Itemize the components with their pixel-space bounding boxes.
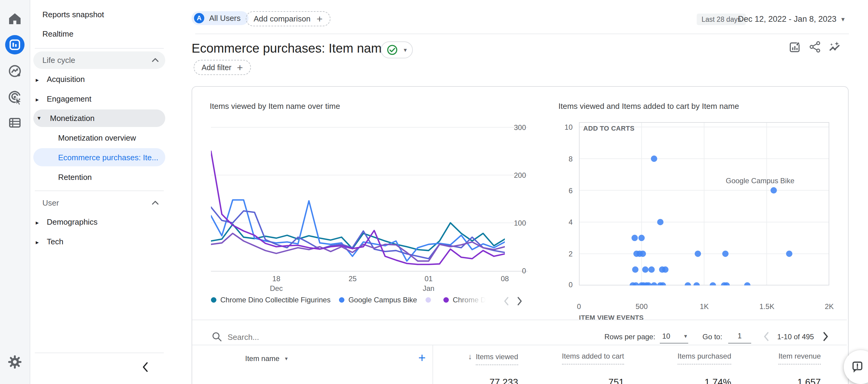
sidebar-item-engagement[interactable]: ▸ Engagement (36, 94, 91, 104)
section-label: Life cycle (42, 56, 75, 65)
cell-items-viewed: 77,233 (448, 377, 518, 384)
dropdown-caret-icon: ▾ (684, 333, 687, 340)
sidebar-divider (35, 190, 164, 191)
scatter-chart-svg (579, 122, 829, 285)
audience-label: All Users (209, 13, 241, 23)
sidebar-item-reports-snapshot[interactable]: Reports snapshot (42, 10, 104, 19)
legend-dot (211, 297, 216, 303)
column-header-items-viewed[interactable]: ↓ Items viewed (448, 352, 518, 361)
sidebar-item-tech[interactable]: ▸ Tech (36, 237, 63, 246)
add-comparison-button[interactable]: Add comparison + (246, 11, 331, 26)
y-tick: 2 (549, 250, 572, 258)
go-to-label: Go to: (703, 333, 722, 341)
x-tick: 01 (416, 275, 441, 283)
legend-next-icon[interactable] (516, 296, 523, 306)
section-label: User (42, 198, 59, 208)
y-tick: 200 (502, 171, 526, 180)
collapse-drawer-icon[interactable] (142, 362, 149, 373)
dimension-column-header[interactable]: Item name ▾ (245, 354, 287, 363)
x-tick-sub: Jan (416, 284, 441, 293)
sidebar-item-demographics[interactable]: ▸ Demographics (36, 217, 97, 227)
scatter-xlabel: ITEM VIEW EVENTS (579, 314, 644, 322)
x-tick: 0 (567, 302, 591, 311)
plus-icon: + (317, 13, 322, 24)
scatter-ylabel: ADD TO CARTS (583, 125, 634, 133)
y-tick: 0 (502, 267, 526, 275)
dropdown-caret-icon: ▾ (404, 46, 407, 54)
sidebar-item-monetization[interactable]: ▾ Monetization (33, 109, 165, 127)
sidebar-section-user[interactable]: User (33, 194, 165, 212)
y-tick: 0 (549, 281, 572, 289)
sidebar-item-acquisition[interactable]: ▸ Acquisition (36, 75, 85, 84)
expand-right-icon: ▸ (36, 239, 39, 246)
insights-icon[interactable] (828, 40, 841, 53)
y-tick: 8 (549, 155, 572, 163)
go-to-page-input[interactable] (728, 329, 751, 344)
x-tick: 25 (340, 275, 365, 283)
cell-item-revenue: 1,657 (742, 377, 821, 384)
report-nav-drawer: Reports snapshot Realtime Life cycle ▸ A… (30, 0, 182, 384)
card-divider (192, 345, 847, 345)
next-page-icon[interactable] (822, 331, 829, 342)
edit-report-icon[interactable] (789, 40, 801, 53)
sidebar-divider (35, 48, 164, 49)
column-header-item-revenue[interactable]: Item revenue (742, 352, 821, 360)
expand-down-icon: ▾ (37, 114, 40, 121)
app-rail (0, 0, 30, 384)
legend-dot (339, 297, 344, 303)
sidebar-item-monetization-overview[interactable]: Monetization overview (58, 133, 136, 143)
ga4-report-screen: Reports snapshot Realtime Life cycle ▸ A… (0, 0, 868, 384)
legend-prev-icon[interactable] (503, 296, 510, 306)
legend-item[interactable] (426, 297, 435, 303)
advertising-icon[interactable] (0, 90, 30, 105)
dropdown-caret-icon: ▾ (841, 15, 845, 23)
legend-dot (443, 297, 449, 303)
sidebar-divider (35, 353, 164, 353)
search-icon (211, 331, 223, 343)
audience-chip-all-users[interactable]: A All Users (192, 11, 248, 25)
date-range-picker[interactable]: Dec 12, 2022 - Jan 8, 2023 ▾ (738, 14, 845, 24)
page-title: Ecommerce purchases: Item name (192, 41, 389, 56)
reports-icon[interactable] (5, 35, 25, 55)
previous-page-icon[interactable] (763, 331, 770, 342)
home-icon[interactable] (0, 11, 30, 26)
share-icon[interactable] (809, 40, 822, 53)
legend-item[interactable]: Chrome Dino Collectible Figurines (211, 296, 331, 304)
table-column-divider (433, 345, 433, 384)
gear-icon[interactable] (0, 354, 30, 370)
y-tick: 300 (502, 124, 526, 132)
y-tick: 6 (549, 186, 572, 195)
legend-item[interactable]: Google Campus Bike (339, 296, 417, 304)
add-filter-button[interactable]: Add filter + (194, 60, 251, 75)
line-chart-legend: Chrome Dino Collectible Figurines Google… (211, 296, 495, 304)
audience-badge: A (194, 13, 204, 23)
rows-per-page-select[interactable]: 10 ▾ (660, 329, 688, 344)
x-tick: 18 (264, 275, 288, 283)
sidebar-item-realtime[interactable]: Realtime (42, 29, 73, 39)
green-check-icon (387, 44, 398, 55)
add-column-button[interactable]: + (418, 351, 426, 365)
x-tick: 08 (493, 275, 517, 283)
y-tick: 4 (549, 218, 572, 226)
sidebar-item-retention[interactable]: Retention (58, 173, 92, 182)
x-tick-sub: Dec (264, 284, 288, 293)
legend-fade (454, 294, 496, 308)
search-input[interactable] (227, 331, 501, 343)
sidebar-section-life-cycle[interactable]: Life cycle (33, 51, 165, 69)
scatter-chart-title: Items viewed and Items added to cart by … (558, 102, 739, 111)
library-icon[interactable] (0, 115, 30, 130)
x-tick: 500 (629, 302, 654, 311)
chevron-up-icon[interactable] (151, 200, 159, 206)
cell-items-added-to-cart: 751 (546, 377, 624, 384)
legend-dot (426, 297, 431, 303)
column-header-items-purchased[interactable]: Items purchased (652, 352, 731, 360)
chevron-up-icon[interactable] (151, 57, 159, 63)
x-tick: 1K (692, 302, 716, 311)
topbar-divider (195, 34, 849, 34)
explore-icon[interactable] (0, 64, 30, 79)
line-chart-svg (211, 127, 505, 271)
report-status-dropdown[interactable]: ▾ (381, 41, 413, 58)
column-header-items-added-to-cart[interactable]: Items added to cart (546, 352, 624, 360)
expand-right-icon: ▸ (36, 96, 39, 103)
sidebar-item-ecommerce-purchases[interactable]: Ecommerce purchases: Ite... (33, 148, 165, 166)
